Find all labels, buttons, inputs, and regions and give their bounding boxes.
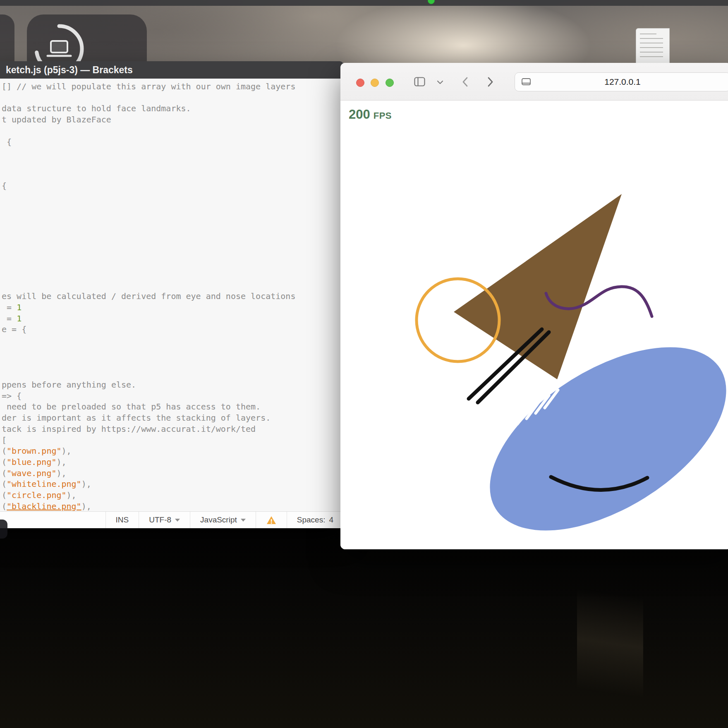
encoding-selector[interactable]: UTF-8 <box>139 512 190 528</box>
forward-chevron-icon <box>488 77 493 87</box>
code-line <box>2 213 343 225</box>
zoom-button[interactable] <box>386 79 394 87</box>
insert-mode-label: INS <box>116 515 129 524</box>
code-line <box>2 280 343 291</box>
close-button[interactable] <box>356 79 364 87</box>
code-line <box>2 269 343 280</box>
code-line: der is important as it affects the stack… <box>2 412 343 424</box>
code-line <box>2 346 343 357</box>
code-line: ppens before anything else. <box>2 379 343 390</box>
code-line: ("blue.png"), <box>2 457 343 468</box>
wallpaper-light-streak <box>577 558 643 728</box>
code-line <box>2 92 343 103</box>
code-line <box>2 192 343 203</box>
code-line: data structure to hold face landmarks. <box>2 103 343 114</box>
sidebar-toggle-button[interactable] <box>414 77 425 86</box>
code-line: ("wave.png"), <box>2 468 343 479</box>
code-line: tack is inspired by https://www.accurat.… <box>2 424 343 435</box>
code-line <box>2 247 343 258</box>
code-line <box>2 170 343 181</box>
code-line <box>2 258 343 269</box>
code-line: e = { <box>2 324 343 335</box>
brown-triangle-shape <box>454 194 622 379</box>
code-line <box>2 225 343 236</box>
laptop-icon <box>46 39 72 58</box>
url-text: 127.0.0.1 <box>604 77 641 87</box>
chevron-down-icon <box>175 519 180 522</box>
insert-mode-indicator[interactable]: INS <box>105 512 139 528</box>
code-line: ("circle.png"), <box>2 490 343 501</box>
language-selector[interactable]: JavaScript <box>190 512 256 528</box>
code-line: ("blackline.png"), <box>2 501 343 512</box>
code-line <box>2 147 343 158</box>
forward-button[interactable] <box>488 77 493 87</box>
code-line: { <box>2 136 343 148</box>
overlay-corner-fragment <box>0 520 7 539</box>
safari-window: 127.0.0.1 200 FPS <box>340 63 728 549</box>
code-line: [] // we will populate this array with o… <box>2 81 343 92</box>
brackets-window: ketch.js (p5js-3) — Brackets [] // we wi… <box>0 61 343 528</box>
sidebar-toggle-icon <box>414 77 425 86</box>
spaces-value: 4 <box>329 515 333 524</box>
browser-toolbar: 127.0.0.1 <box>340 63 728 101</box>
code-line: [ <box>2 435 343 446</box>
p5-canvas[interactable] <box>340 101 728 549</box>
back-button[interactable] <box>462 77 468 87</box>
encoding-label: UTF-8 <box>149 515 171 524</box>
site-page-icon <box>522 78 531 86</box>
window-title: ketch.js (p5js-3) — Brackets <box>0 61 343 79</box>
code-line: t updated by BlazeFace <box>2 114 343 125</box>
menu-bar-strip <box>0 0 728 6</box>
minimize-button[interactable] <box>371 79 379 87</box>
back-chevron-icon <box>462 77 468 87</box>
code-line: ("brown.png"), <box>2 445 343 457</box>
code-line: need to be preloaded so that p5 has acce… <box>2 401 343 412</box>
tab-group-chevron-button[interactable] <box>437 80 443 84</box>
code-line <box>2 203 343 214</box>
chevron-down-icon <box>241 519 246 522</box>
lint-warning-button[interactable] <box>256 512 287 528</box>
code-editor[interactable]: [] // we will populate this array with o… <box>0 79 343 512</box>
code-lines-container: [] // we will populate this array with o… <box>2 81 343 512</box>
statusbar: INS UTF-8 JavaScript Spaces: 4 <box>0 511 343 528</box>
code-line <box>2 125 343 136</box>
code-line <box>2 368 343 379</box>
spaces-label: Spaces: <box>297 515 326 524</box>
code-line: = 1 <box>2 302 343 313</box>
code-line <box>2 158 343 170</box>
code-line: ("whiteline.png"), <box>2 479 343 490</box>
browser-viewport: 200 FPS <box>340 101 728 549</box>
address-bar[interactable]: 127.0.0.1 <box>515 72 728 91</box>
warning-triangle-icon <box>266 515 277 525</box>
code-line: { <box>2 180 343 192</box>
code-line: => { <box>2 390 343 402</box>
code-line <box>2 335 343 346</box>
code-line <box>2 236 343 247</box>
code-line: es will be calculated / derived from eye… <box>2 291 343 302</box>
language-label: JavaScript <box>200 515 237 524</box>
code-line: = 1 <box>2 313 343 324</box>
blue-blob-shape <box>459 310 728 549</box>
chevron-down-icon <box>437 80 443 84</box>
spaces-setting[interactable]: Spaces: 4 <box>287 512 343 528</box>
code-line <box>2 357 343 369</box>
